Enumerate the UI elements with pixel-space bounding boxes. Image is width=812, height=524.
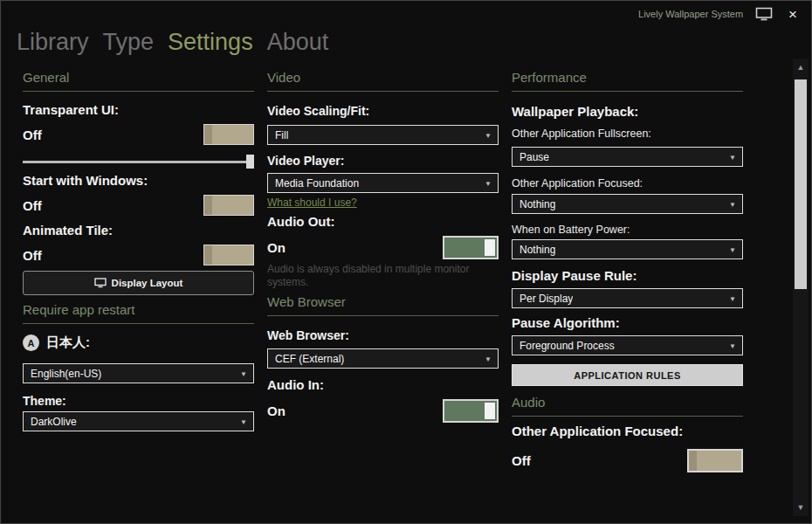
battery-power-label: When on Battery Power:: [512, 224, 743, 236]
section-header-web-browser: Web Browser: [267, 294, 499, 316]
transparent-ui-row: Off: [23, 124, 254, 145]
web-browser-dropdown[interactable]: CEF (External) ▼: [267, 348, 499, 369]
audio-out-label: Audio Out:: [267, 214, 499, 229]
display-pause-rule-label: Display Pause Rule:: [512, 268, 743, 283]
settings-content: General Transparent UI: Off Start with W…: [1, 61, 811, 472]
monitor-icon: [755, 7, 773, 21]
window-title: Lively Wallpaper System: [638, 9, 743, 19]
slider-track[interactable]: [23, 161, 246, 163]
chevron-down-icon: ▼: [729, 341, 736, 349]
titlebar: Lively Wallpaper System ×: [1, 1, 811, 27]
language-icon: A: [23, 334, 39, 351]
chevron-down-icon: ▼: [485, 131, 492, 139]
chevron-down-icon: ▼: [240, 369, 247, 377]
start-with-windows-toggle[interactable]: [203, 195, 254, 216]
display-icon: [94, 278, 107, 288]
section-header-restart: Require app restart: [23, 302, 254, 324]
audio-in-label: Audio In:: [267, 377, 499, 392]
chevron-down-icon: ▼: [240, 417, 247, 425]
toggle-knob: [485, 403, 495, 419]
audio-other-app-focused-row: Off: [512, 449, 743, 472]
audio-other-app-focused-state: Off: [512, 453, 531, 468]
chevron-down-icon: ▼: [729, 294, 736, 302]
video-scaling-dropdown[interactable]: Fill ▼: [267, 125, 499, 145]
pause-algorithm-label: Pause Algorithm:: [512, 315, 743, 330]
language-row: A 日本人:: [23, 334, 254, 351]
section-header-audio: Audio: [512, 395, 743, 417]
language-label: 日本人:: [46, 334, 90, 351]
theme-label: Theme:: [23, 394, 254, 408]
video-player-dropdown[interactable]: Media Foundation ▼: [267, 173, 499, 193]
tab-about[interactable]: About: [267, 29, 329, 56]
section-header-general: General: [23, 70, 254, 92]
audio-out-row: On: [267, 236, 499, 259]
section-header-video: Video: [267, 70, 499, 92]
other-app-focused-label: Other Application Focused:: [512, 177, 743, 190]
video-player-value: Media Foundation: [275, 177, 359, 190]
start-with-windows-row: Off: [23, 195, 254, 216]
audio-other-app-focused-toggle[interactable]: [687, 449, 743, 472]
scroll-up-icon[interactable]: ▲: [793, 60, 809, 74]
video-scaling-value: Fill: [275, 129, 288, 141]
audio-in-toggle[interactable]: [443, 399, 499, 423]
nav-tabs: Library Type Settings About: [1, 27, 811, 61]
lively-wallpaper-window: Lively Wallpaper System × Library Type S…: [0, 0, 812, 524]
theme-dropdown-value: DarkOlive: [31, 416, 77, 428]
tab-type[interactable]: Type: [103, 29, 155, 56]
scrollbar-thumb[interactable]: [795, 79, 807, 289]
toggle-knob: [204, 125, 212, 144]
audio-note: Audio is always disabled in multiple mon…: [267, 263, 481, 289]
section-header-performance: Performance: [512, 70, 743, 92]
animated-tile-row: Off: [23, 245, 254, 265]
display-pause-rule-value: Per Display: [520, 293, 573, 305]
audio-out-toggle[interactable]: [443, 236, 499, 259]
video-player-label: Video Player:: [267, 154, 499, 168]
toggle-knob: [689, 451, 697, 471]
web-browser-value: CEF (External): [275, 353, 344, 365]
transparency-slider[interactable]: [23, 154, 254, 169]
other-app-fullscreen-value: Pause: [520, 151, 549, 163]
other-app-fullscreen-dropdown[interactable]: Pause ▼: [512, 147, 743, 167]
display-layout-label: Display Layout: [112, 278, 183, 288]
toggle-knob: [204, 196, 212, 215]
language-dropdown[interactable]: English(en-US) ▼: [23, 363, 254, 383]
general-column: General Transparent UI: Off Start with W…: [23, 70, 254, 472]
tab-settings[interactable]: Settings: [168, 29, 253, 56]
start-with-windows-state: Off: [23, 198, 42, 213]
chevron-down-icon: ▼: [485, 179, 492, 187]
toggle-knob: [204, 245, 212, 265]
theme-dropdown[interactable]: DarkOlive ▼: [23, 411, 254, 431]
audio-out-state: On: [267, 240, 286, 255]
animated-tile-label: Animated Tile:: [23, 223, 254, 238]
transparent-ui-state: Off: [23, 128, 42, 142]
vertical-scrollbar[interactable]: ▲ ▼: [793, 59, 809, 516]
start-with-windows-label: Start with Windows:: [23, 173, 254, 188]
chevron-down-icon: ▼: [485, 355, 492, 362]
what-should-i-use-link[interactable]: What should I use?: [267, 196, 499, 209]
battery-power-dropdown[interactable]: Nothing ▼: [512, 239, 743, 259]
audio-in-row: On: [267, 399, 499, 423]
audio-other-app-focused-label: Other Application Focused:: [512, 424, 743, 438]
transparent-ui-toggle[interactable]: [203, 124, 254, 145]
pause-algorithm-value: Foreground Process: [520, 340, 615, 352]
pause-algorithm-dropdown[interactable]: Foreground Process ▼: [512, 335, 743, 355]
other-app-focused-value: Nothing: [520, 198, 555, 210]
slider-handle[interactable]: [246, 155, 254, 169]
scroll-down-icon[interactable]: ▼: [793, 500, 809, 514]
transparent-ui-label: Transparent UI:: [23, 102, 254, 117]
chevron-down-icon: ▼: [729, 153, 736, 161]
animated-tile-state: Off: [23, 248, 42, 263]
chevron-down-icon: ▼: [729, 245, 736, 253]
web-browser-label: Web Browser:: [267, 328, 499, 342]
video-scaling-label: Video Scaling/Fit:: [267, 104, 499, 118]
close-icon[interactable]: ×: [785, 7, 801, 22]
video-column: Video Video Scaling/Fit: Fill ▼ Video Pl…: [267, 70, 499, 472]
toggle-knob: [485, 239, 495, 256]
tab-library[interactable]: Library: [17, 29, 89, 56]
display-layout-button[interactable]: Display Layout: [23, 271, 254, 295]
application-rules-button[interactable]: APPLICATION RULES: [512, 364, 743, 386]
other-app-focused-dropdown[interactable]: Nothing ▼: [512, 194, 743, 214]
animated-tile-toggle[interactable]: [203, 245, 254, 265]
display-pause-rule-dropdown[interactable]: Per Display ▼: [512, 288, 743, 308]
chevron-down-icon: ▼: [729, 200, 736, 208]
